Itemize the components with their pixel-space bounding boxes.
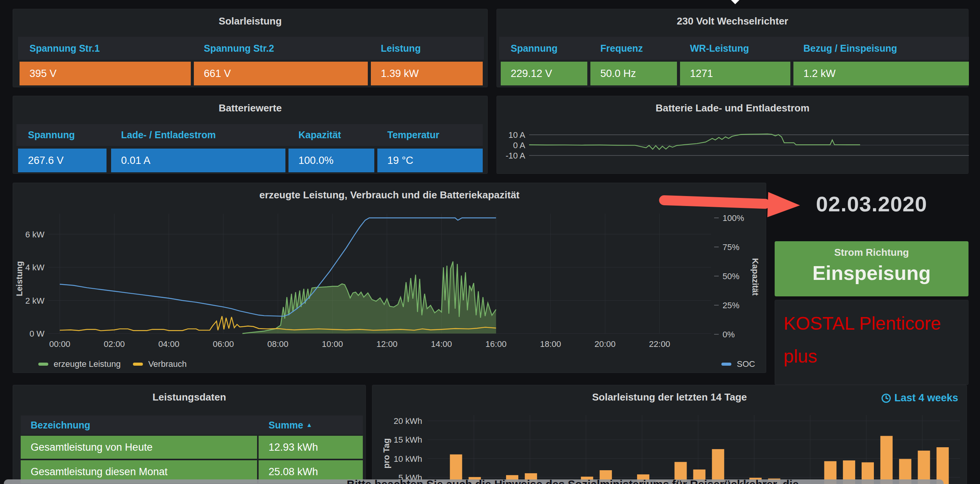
svg-text:6 kW: 6 kW: [25, 230, 44, 239]
bottom-notice-text: Bitte beachten Sie auch die Hinweise des…: [347, 478, 799, 484]
inverter-header-1[interactable]: Frequenz: [590, 37, 677, 60]
svg-text:06:00: 06:00: [213, 339, 234, 349]
energy-table-panel: Leistungsdaten BezeichnungSumme▲Gesamtle…: [13, 385, 366, 484]
solar-panel: Solarleistung Spannung Str.1Spannung Str…: [13, 9, 488, 87]
energy-row-name-0: Gesamtleistung von Heute: [21, 436, 257, 459]
battery-current-chart[interactable]: 10 A0 A-10 A: [497, 96, 969, 174]
svg-text:10 A: 10 A: [508, 130, 525, 140]
svg-text:0 W: 0 W: [29, 329, 44, 338]
battery_values-value-0: 267.6 V: [18, 149, 107, 172]
battery_values-value-3: 19 °C: [377, 149, 483, 172]
battery_values-value-2: 100.0%: [288, 149, 374, 172]
svg-text:0 A: 0 A: [513, 141, 525, 150]
svg-text:10:00: 10:00: [322, 339, 343, 349]
battery-current-panel: Batterie Lade- und Entladestrom 10 A0 A-…: [497, 96, 969, 174]
legend-swatch: [38, 363, 48, 366]
battery_values-header-3[interactable]: Temperatur: [377, 124, 483, 146]
svg-text:-10 A: -10 A: [506, 151, 526, 160]
solar-14days-panel: Solarleistung der letzten 14 Tage Last 4…: [372, 385, 967, 484]
device-name-text: KOSTAL Plenticore plus: [775, 300, 968, 373]
solar-panel-title[interactable]: Solarleistung: [13, 15, 487, 27]
production-legend: erzeugte LeistungVerbrauch: [38, 359, 193, 369]
svg-text:12:00: 12:00: [376, 339, 397, 349]
sort-asc-icon: ▲: [306, 422, 312, 428]
svg-text:25%: 25%: [723, 301, 739, 310]
svg-text:pro Tag: pro Tag: [382, 438, 391, 468]
svg-text:20 kWh: 20 kWh: [393, 416, 422, 426]
battery_values-value-1: 0.01 A: [111, 149, 285, 172]
inverter-value-1: 50.0 Hz: [590, 62, 677, 85]
bar-day-24: [880, 436, 893, 484]
solar-value-2: 1.39 kW: [371, 62, 483, 85]
battery-values-panel-title[interactable]: Batteriewerte: [13, 102, 487, 114]
inverter-header-2[interactable]: WR-Leistung: [680, 37, 790, 60]
bar-day-26: [918, 451, 930, 484]
battery_values-header-2[interactable]: Kapazität: [288, 124, 374, 146]
legend-label: erzeugte Leistung: [54, 359, 121, 369]
svg-text:04:00: 04:00: [158, 339, 179, 349]
inverter-header-3[interactable]: Bezug / Einspeisung: [793, 37, 969, 60]
energy-header-sum[interactable]: Summe▲: [259, 415, 363, 435]
energy-row-sum-0: 12.93 kWh: [259, 436, 363, 459]
svg-text:75%: 75%: [723, 242, 739, 252]
legend-item-0[interactable]: erzeugte Leistung: [38, 359, 121, 369]
dashboard: { "colors": { "accent_cyan": "#33b5e5", …: [0, 0, 980, 484]
red-arrow-annotation: [656, 186, 805, 224]
legend-label: SOC: [737, 359, 755, 369]
svg-text:20:00: 20:00: [595, 339, 616, 349]
production-chart-panel: erzeugte Leistung, Verbrauch und die Bat…: [13, 183, 766, 373]
svg-text:00:00: 00:00: [49, 339, 70, 349]
svg-text:50%: 50%: [723, 271, 739, 281]
svg-text:14:00: 14:00: [431, 339, 452, 349]
svg-text:4 kW: 4 kW: [25, 263, 44, 272]
energy-table-title[interactable]: Leistungsdaten: [13, 391, 365, 403]
inverter-panel: 230 Volt Wechselrichter SpannungFrequenz…: [497, 9, 969, 87]
device-panel: KOSTAL Plenticore plus: [775, 300, 969, 385]
svg-text:2 kW: 2 kW: [25, 296, 44, 306]
svg-text:10 kWh: 10 kWh: [393, 454, 422, 464]
bar-day-27: [937, 447, 949, 484]
svg-text:08:00: 08:00: [267, 339, 288, 349]
cursor-tip: [731, 0, 739, 4]
solar-value-0: 395 V: [20, 62, 191, 85]
battery_values-header-0[interactable]: Spannung: [18, 124, 107, 146]
svg-text:Leistung: Leistung: [15, 261, 24, 296]
direction-panel: Strom Richtung Einspeisung: [775, 241, 969, 296]
inverter-value-2: 1271: [680, 62, 790, 85]
solar-header-2[interactable]: Leistung: [371, 37, 483, 60]
inverter-panel-title[interactable]: 230 Volt Wechselrichter: [497, 15, 968, 27]
svg-text:0%: 0%: [723, 330, 735, 339]
inverter-value-0: 229.12 V: [501, 62, 587, 85]
soc-legend: SOC: [721, 359, 755, 369]
production-chart[interactable]: 00:0002:0004:0006:0008:0010:0012:0014:00…: [13, 183, 767, 373]
battery_values-header-1[interactable]: Lade- / Entladestrom: [111, 124, 285, 146]
legend-swatch: [133, 363, 143, 366]
inverter-value-3: 1.2 kW: [793, 62, 969, 85]
direction-title: Strom Richtung: [775, 247, 969, 258]
svg-text:Kapazität: Kapazität: [751, 258, 760, 296]
svg-text:22:00: 22:00: [649, 339, 670, 349]
solar-header-0[interactable]: Spannung Str.1: [20, 37, 191, 60]
inverter-header-0[interactable]: Spannung: [501, 37, 587, 60]
battery-values-panel: Batteriewerte SpannungLade- / Entladestr…: [13, 96, 488, 174]
energy-header-name[interactable]: Bezeichnung: [21, 415, 257, 435]
direction-value: Einspeisung: [775, 262, 969, 285]
svg-text:16:00: 16:00: [485, 339, 506, 349]
svg-text:15 kWh: 15 kWh: [393, 435, 422, 445]
legend-swatch: [721, 363, 731, 366]
svg-text:18:00: 18:00: [540, 339, 561, 349]
solar-value-1: 661 V: [194, 62, 368, 85]
svg-text:02:00: 02:00: [104, 339, 125, 349]
legend-label: Verbrauch: [148, 359, 187, 369]
solar-14days-chart[interactable]: 5 kWh10 kWh15 kWh20 kWhpro Tag: [372, 385, 967, 484]
solar-header-1[interactable]: Spannung Str.2: [194, 37, 368, 60]
legend-item-soc[interactable]: SOC: [721, 359, 755, 369]
legend-item-1[interactable]: Verbrauch: [133, 359, 187, 369]
